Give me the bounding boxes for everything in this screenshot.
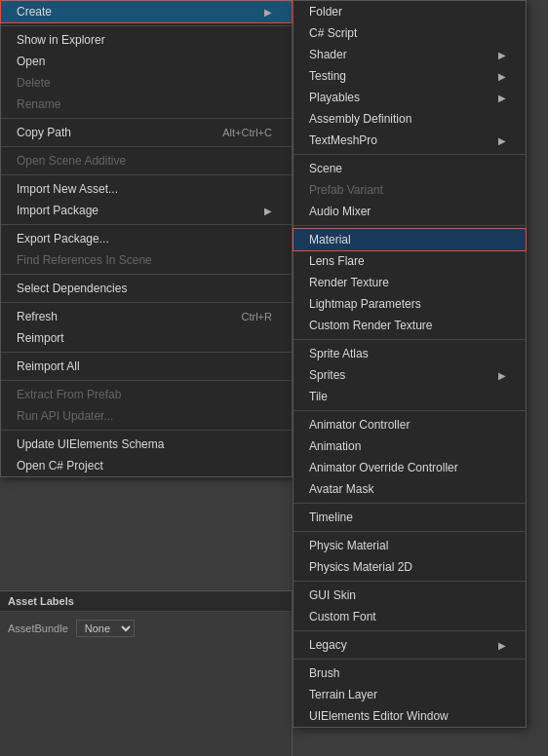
menu-item-assembly-definition[interactable]: Assembly Definition (294, 108, 526, 130)
menu-separator (1, 302, 292, 303)
menu-separator-right-6 (294, 531, 526, 532)
menu-item-timeline[interactable]: Timeline (294, 507, 526, 528)
menu-item-label-lightmap-parameters: Lightmap Parameters (309, 297, 506, 311)
menu-separator-right-4 (294, 410, 526, 411)
menu-item-label-physics-material-2d: Physics Material 2D (309, 560, 506, 574)
menu-item-uielements-editor-window[interactable]: UIElements Editor Window (294, 705, 526, 727)
menu-separator (1, 430, 292, 431)
menu-item-label-render-texture: Render Texture (309, 276, 506, 289)
menu-item-refresh[interactable]: RefreshCtrl+R (1, 306, 292, 327)
menu-item-show-in-explorer[interactable]: Show in Explorer (1, 29, 292, 51)
submenu-arrow-icon: ▶ (264, 206, 272, 216)
menu-item-prefab-variant: Prefab Variant (294, 179, 526, 201)
menu-item-open-csharp[interactable]: Open C# Project (1, 455, 292, 476)
menu-item-physic-material[interactable]: Physic Material (294, 535, 526, 556)
bottom-panel-content: AssetBundle None (0, 616, 292, 641)
submenu-arrow-icon: ▶ (498, 93, 506, 103)
menu-item-label-import-new-asset: Import New Asset... (17, 182, 272, 196)
menu-item-label-timeline: Timeline (309, 510, 506, 524)
submenu-arrow-icon: ▶ (498, 370, 506, 381)
menu-item-export-package[interactable]: Export Package... (1, 228, 292, 249)
asset-bundle-dropdown[interactable]: None (76, 620, 135, 637)
menu-item-label-show-in-explorer: Show in Explorer (17, 33, 272, 47)
menu-item-label-terrain-layer: Terrain Layer (309, 688, 506, 701)
menu-item-label-animator-controller: Animator Controller (309, 418, 506, 432)
menu-item-label-lens-flare: Lens Flare (309, 254, 506, 268)
menu-item-animator-controller[interactable]: Animator Controller (294, 414, 526, 435)
menu-item-material[interactable]: Material (294, 229, 526, 250)
menu-item-physics-material-2d[interactable]: Physics Material 2D (294, 556, 526, 578)
menu-separator-right-1 (294, 154, 526, 155)
menu-separator (1, 274, 292, 275)
bottom-panel: Asset Labels AssetBundle None (0, 590, 293, 756)
menu-item-shader[interactable]: Shader▶ (294, 44, 526, 65)
menu-item-label-sprite-atlas: Sprite Atlas (309, 347, 506, 360)
submenu-arrow-icon: ▶ (498, 71, 506, 82)
menu-item-select-dependencies[interactable]: Select Dependencies (1, 278, 292, 299)
menu-item-brush[interactable]: Brush (294, 662, 526, 684)
menu-item-terrain-layer[interactable]: Terrain Layer (294, 684, 526, 705)
menu-item-label-rename: Rename (17, 97, 272, 111)
menu-item-animation[interactable]: Animation (294, 435, 526, 457)
menu-item-import-new-asset[interactable]: Import New Asset... (1, 178, 292, 200)
menu-item-reimport[interactable]: Reimport (1, 327, 292, 349)
menu-item-animator-override[interactable]: Animator Override Controller (294, 457, 526, 478)
menu-item-label-folder: Folder (309, 5, 506, 19)
menu-separator (1, 174, 292, 175)
menu-separator-right-7 (294, 581, 526, 582)
menu-item-reimport-all[interactable]: Reimport All (1, 356, 292, 377)
menu-item-shortcut-copy-path: Alt+Ctrl+C (222, 127, 272, 138)
menu-item-legacy[interactable]: Legacy▶ (294, 634, 526, 656)
menu-item-delete: Delete (1, 72, 292, 94)
menu-item-playables[interactable]: Playables▶ (294, 87, 526, 108)
menu-item-tile[interactable]: Tile (294, 386, 526, 407)
menu-item-copy-path[interactable]: Copy PathAlt+Ctrl+C (1, 122, 292, 143)
menu-item-testing[interactable]: Testing▶ (294, 65, 526, 87)
menu-item-scene[interactable]: Scene (294, 158, 526, 179)
menu-item-label-custom-font: Custom Font (309, 610, 506, 624)
menu-item-label-export-package: Export Package... (17, 232, 272, 246)
menu-item-shortcut-refresh: Ctrl+R (242, 311, 272, 322)
menu-item-avatar-mask[interactable]: Avatar Mask (294, 478, 526, 500)
menu-item-custom-font[interactable]: Custom Font (294, 606, 526, 627)
menu-item-label-gui-skin: GUI Skin (309, 588, 506, 602)
menu-item-sprite-atlas[interactable]: Sprite Atlas (294, 343, 526, 364)
menu-item-gui-skin[interactable]: GUI Skin (294, 585, 526, 606)
menu-item-lens-flare[interactable]: Lens Flare (294, 250, 526, 272)
menu-item-render-texture[interactable]: Render Texture (294, 272, 526, 293)
menu-separator-right-8 (294, 630, 526, 631)
menu-item-open-scene-additive: Open Scene Additive (1, 150, 292, 171)
menu-item-sprites[interactable]: Sprites▶ (294, 364, 526, 386)
menu-item-create[interactable]: Create▶ (1, 1, 292, 22)
menu-item-label-refresh: Refresh (17, 310, 222, 323)
menu-item-rename: Rename (1, 94, 292, 115)
menu-separator-right-5 (294, 503, 526, 504)
context-menu-left: Create▶Show in ExplorerOpenDeleteRenameC… (0, 0, 293, 477)
menu-item-import-package[interactable]: Import Package▶ (1, 200, 292, 221)
menu-separator-right-3 (294, 339, 526, 340)
menu-item-lightmap-parameters[interactable]: Lightmap Parameters (294, 293, 526, 315)
menu-item-textmeshpro[interactable]: TextMeshPro▶ (294, 130, 526, 151)
menu-item-label-textmeshpro: TextMeshPro (309, 133, 490, 147)
menu-item-label-import-package: Import Package (17, 204, 256, 217)
menu-item-label-reimport: Reimport (17, 331, 272, 345)
menu-item-custom-render-texture[interactable]: Custom Render Texture (294, 315, 526, 336)
menu-item-label-scene: Scene (309, 162, 506, 175)
menu-item-label-uielements-editor-window: UIElements Editor Window (309, 709, 506, 723)
menu-item-open[interactable]: Open (1, 51, 292, 72)
menu-item-folder[interactable]: Folder (294, 1, 526, 22)
menu-item-audio-mixer[interactable]: Audio Mixer (294, 201, 526, 222)
bottom-panel-header: Asset Labels (0, 591, 292, 612)
submenu-arrow-icon: ▶ (498, 640, 506, 651)
menu-item-update-uielements[interactable]: Update UIElements Schema (1, 434, 292, 455)
menu-item-label-sprites: Sprites (309, 368, 490, 382)
menu-item-label-animator-override: Animator Override Controller (309, 461, 506, 474)
menu-item-extract-from-prefab: Extract From Prefab (1, 384, 292, 405)
menu-item-label-find-references: Find References In Scene (17, 253, 272, 267)
menu-item-label-create: Create (17, 5, 256, 19)
menu-item-csharp-script[interactable]: C# Script (294, 22, 526, 44)
menu-item-label-run-api-updater: Run API Updater... (17, 409, 272, 423)
menu-separator (1, 146, 292, 147)
menu-separator-right-2 (294, 225, 526, 226)
menu-item-label-playables: Playables (309, 91, 490, 104)
